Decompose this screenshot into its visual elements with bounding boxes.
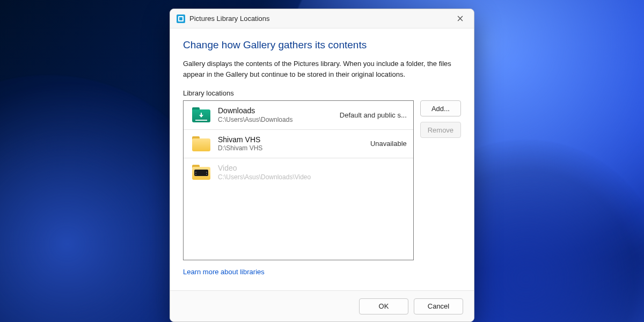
dialog-heading: Change how Gallery gathers its contents bbox=[183, 39, 461, 51]
location-item[interactable]: Video C:\Users\Asus\Downloads\Video bbox=[184, 158, 413, 187]
locations-listbox[interactable]: Downloads C:\Users\Asus\Downloads Defaul… bbox=[183, 100, 414, 260]
folder-video-icon bbox=[192, 165, 210, 180]
cancel-button[interactable]: Cancel bbox=[414, 298, 463, 314]
desktop-background: Pictures Library Locations Change how Ga… bbox=[0, 0, 644, 322]
dialog-body: Change how Gallery gathers its contents … bbox=[170, 28, 474, 290]
remove-button[interactable]: Remove bbox=[420, 122, 461, 138]
location-name: Downloads bbox=[218, 106, 332, 116]
ok-button[interactable]: OK bbox=[359, 298, 408, 314]
location-status: Default and public s... bbox=[340, 111, 407, 119]
locations-label: Library locations bbox=[183, 89, 461, 97]
window-title: Pictures Library Locations bbox=[189, 14, 452, 23]
folder-download-icon bbox=[192, 107, 210, 122]
location-path: D:\Shivam VHS bbox=[218, 144, 363, 152]
close-icon bbox=[457, 16, 463, 21]
location-item[interactable]: Shivam VHS D:\Shivam VHS Unavailable bbox=[184, 130, 413, 159]
add-button[interactable]: Add... bbox=[420, 100, 461, 116]
side-buttons: Add... Remove bbox=[420, 100, 461, 260]
learn-more-link[interactable]: Learn more about libraries bbox=[183, 268, 265, 276]
close-button[interactable] bbox=[452, 11, 467, 26]
library-locations-dialog: Pictures Library Locations Change how Ga… bbox=[170, 9, 474, 322]
titlebar: Pictures Library Locations bbox=[170, 9, 474, 28]
location-name: Shivam VHS bbox=[218, 135, 363, 145]
location-item[interactable]: Downloads C:\Users\Asus\Downloads Defaul… bbox=[184, 101, 413, 130]
dialog-description: Gallery displays the contents of the Pic… bbox=[183, 58, 457, 79]
location-path: C:\Users\Asus\Downloads\Video bbox=[218, 173, 399, 181]
location-text: Downloads C:\Users\Asus\Downloads bbox=[218, 106, 332, 124]
locations-row: Downloads C:\Users\Asus\Downloads Defaul… bbox=[183, 100, 461, 260]
location-text: Video C:\Users\Asus\Downloads\Video bbox=[218, 164, 399, 181]
folder-icon bbox=[192, 136, 210, 151]
location-name: Video bbox=[218, 164, 399, 173]
app-icon bbox=[177, 14, 185, 23]
location-text: Shivam VHS D:\Shivam VHS bbox=[218, 135, 363, 153]
location-path: C:\Users\Asus\Downloads bbox=[218, 116, 332, 124]
dialog-footer: OK Cancel bbox=[170, 290, 474, 321]
location-status: Unavailable bbox=[370, 140, 407, 148]
